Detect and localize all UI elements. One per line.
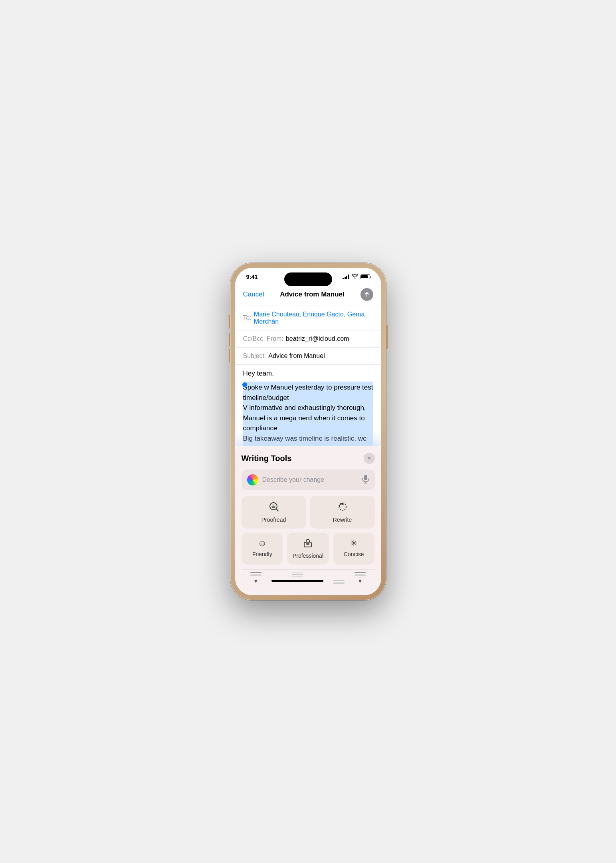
subject-value: Advice from Manuel bbox=[268, 352, 325, 360]
concise-label: Concise bbox=[344, 551, 364, 557]
writing-tools-panel: Writing Tools × Describe your change bbox=[235, 446, 381, 595]
proofread-button[interactable]: Proofread bbox=[242, 496, 306, 529]
describe-change-placeholder: Describe your change bbox=[262, 476, 358, 483]
proofread-label: Proofread bbox=[261, 517, 286, 523]
cc-label: Cc/Bcc, From: bbox=[243, 335, 283, 342]
friendly-button[interactable]: ☺ Friendly bbox=[242, 533, 283, 565]
home-indicator bbox=[271, 580, 323, 582]
mail-title: Advice from Manuel bbox=[280, 290, 345, 298]
svg-rect-0 bbox=[364, 475, 367, 480]
wifi-icon bbox=[352, 274, 358, 280]
writing-tools-bottom-grid: ☺ Friendly Professional bbox=[242, 533, 375, 565]
phone-device: 9:41 bbox=[230, 263, 386, 600]
toolbar-item-2[interactable] bbox=[271, 573, 323, 584]
cancel-button[interactable]: Cancel bbox=[243, 290, 264, 298]
send-button[interactable] bbox=[360, 288, 373, 301]
concise-icon: ✳ bbox=[350, 538, 357, 549]
body-greeting: Hey team, bbox=[243, 370, 373, 378]
arrow-down-icon-2: ▼ bbox=[357, 578, 363, 584]
status-icons bbox=[343, 274, 370, 280]
proofread-icon bbox=[269, 501, 279, 514]
writing-tools-header: Writing Tools × bbox=[242, 453, 375, 464]
professional-button[interactable]: Professional bbox=[287, 533, 329, 565]
rewrite-icon bbox=[337, 501, 348, 514]
friendly-icon: ☺ bbox=[258, 538, 267, 549]
describe-change-input[interactable]: Describe your change bbox=[242, 469, 375, 490]
mail-body[interactable]: Hey team, Spoke w Manuel yesterday to pr… bbox=[235, 365, 381, 446]
toolbar-item-4[interactable]: ▼ bbox=[355, 572, 366, 584]
rewrite-label: Rewrite bbox=[333, 517, 352, 523]
toolbar-lines-1 bbox=[250, 572, 261, 576]
cc-value: beatriz_ri@icloud.com bbox=[286, 335, 349, 342]
apple-intelligence-icon bbox=[247, 474, 258, 485]
friendly-label: Friendly bbox=[252, 551, 272, 557]
rewrite-button[interactable]: Rewrite bbox=[310, 496, 375, 529]
writing-tools-title: Writing Tools bbox=[242, 454, 292, 463]
mail-area: Cancel Advice from Manuel To: Marie Chou… bbox=[235, 283, 381, 595]
toolbar-item-1[interactable]: ▼ bbox=[250, 572, 261, 584]
status-time: 9:41 bbox=[246, 273, 258, 280]
to-field[interactable]: To: Marie Chouteau, Enrique Gacto, Gema … bbox=[235, 306, 381, 330]
signal-icon bbox=[343, 274, 349, 279]
selection-handle bbox=[242, 382, 247, 387]
writing-tools-top-grid: Proofread Rewrite bbox=[242, 496, 375, 529]
cc-field[interactable]: Cc/Bcc, From: beatriz_ri@icloud.com bbox=[235, 330, 381, 348]
battery-icon bbox=[360, 274, 370, 279]
toolbar-item-3[interactable] bbox=[333, 580, 345, 584]
subject-label: Subject: bbox=[243, 352, 266, 360]
dynamic-island bbox=[284, 272, 332, 286]
professional-icon bbox=[303, 538, 313, 550]
toolbar-lines-2 bbox=[292, 573, 303, 577]
writing-tools-close-button[interactable]: × bbox=[364, 453, 375, 464]
phone-screen: 9:41 bbox=[235, 268, 381, 595]
to-label: To: bbox=[243, 314, 252, 322]
toolbar-lines-3 bbox=[333, 580, 345, 584]
concise-button[interactable]: ✳ Concise bbox=[333, 533, 375, 565]
subject-field[interactable]: Subject: Advice from Manuel bbox=[235, 348, 381, 365]
microphone-icon[interactable] bbox=[362, 475, 369, 485]
svg-rect-11 bbox=[307, 543, 309, 545]
body-fade bbox=[235, 430, 381, 446]
svg-line-4 bbox=[276, 509, 278, 511]
toolbar-lines-4 bbox=[355, 572, 366, 576]
bottom-toolbar: ▼ bbox=[242, 569, 375, 592]
mail-header: Cancel Advice from Manuel bbox=[235, 283, 381, 306]
arrow-down-icon-1: ▼ bbox=[253, 578, 259, 584]
to-recipients: Marie Chouteau, Enrique Gacto, Gema Merc… bbox=[254, 311, 373, 325]
professional-label: Professional bbox=[293, 553, 323, 559]
